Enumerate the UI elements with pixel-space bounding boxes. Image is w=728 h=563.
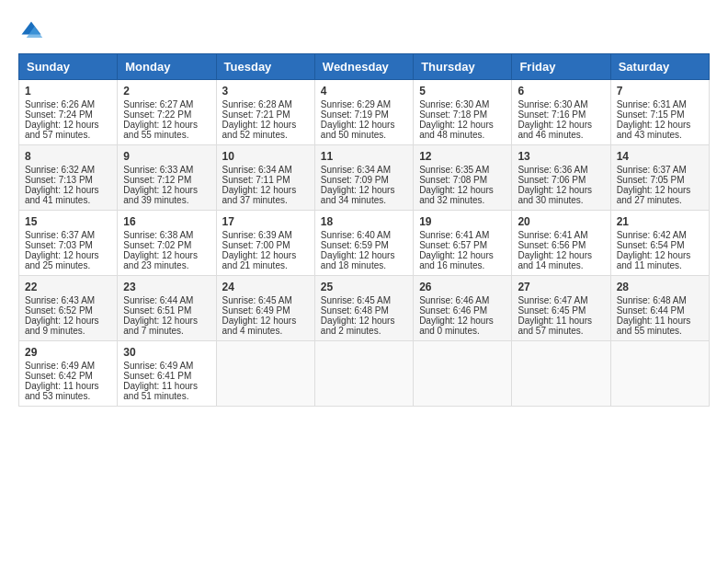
sunrise-label: Sunrise: 6:49 AM bbox=[25, 361, 95, 371]
sunset-label: Sunset: 6:49 PM bbox=[222, 305, 290, 316]
calendar-day-27: 27 Sunrise: 6:47 AM Sunset: 6:45 PM Dayl… bbox=[512, 276, 610, 341]
sunset-label: Sunset: 7:06 PM bbox=[518, 175, 586, 185]
day-number: 8 bbox=[25, 150, 111, 163]
sunset-label: Sunset: 6:46 PM bbox=[419, 305, 487, 316]
calendar-day-20: 20 Sunrise: 6:41 AM Sunset: 6:56 PM Dayl… bbox=[512, 211, 610, 276]
daylight-continuation: and 23 minutes. bbox=[123, 260, 188, 270]
day-number: 23 bbox=[123, 281, 210, 293]
sunset-label: Sunset: 7:02 PM bbox=[123, 240, 191, 250]
daylight-continuation: and 2 minutes. bbox=[321, 326, 381, 336]
sunrise-label: Sunrise: 6:42 AM bbox=[617, 230, 687, 240]
sunset-label: Sunset: 6:48 PM bbox=[321, 305, 389, 316]
daylight-label: Daylight: 12 hours bbox=[617, 120, 691, 130]
daylight-label: Daylight: 12 hours bbox=[123, 120, 198, 130]
empty-cell bbox=[414, 341, 512, 407]
calendar-day-15: 15 Sunrise: 6:37 AM Sunset: 7:03 PM Dayl… bbox=[19, 211, 118, 276]
day-number: 21 bbox=[617, 215, 703, 228]
empty-cell bbox=[216, 341, 314, 407]
calendar-day-11: 11 Sunrise: 6:34 AM Sunset: 7:09 PM Dayl… bbox=[314, 145, 413, 211]
day-header-monday: Monday bbox=[118, 54, 216, 80]
daylight-label: Daylight: 12 hours bbox=[321, 316, 395, 326]
calendar-day-26: 26 Sunrise: 6:46 AM Sunset: 6:46 PM Dayl… bbox=[414, 276, 512, 341]
sunset-label: Sunset: 6:41 PM bbox=[123, 371, 191, 381]
sunrise-label: Sunrise: 6:35 AM bbox=[419, 165, 489, 175]
day-number: 3 bbox=[222, 85, 309, 98]
calendar-day-30: 30 Sunrise: 6:49 AM Sunset: 6:41 PM Dayl… bbox=[118, 341, 216, 407]
calendar-day-7: 7 Sunrise: 6:31 AM Sunset: 7:15 PM Dayli… bbox=[610, 80, 709, 145]
calendar-day-6: 6 Sunrise: 6:30 AM Sunset: 7:16 PM Dayli… bbox=[512, 80, 610, 145]
sunrise-label: Sunrise: 6:34 AM bbox=[222, 165, 292, 175]
daylight-continuation: and 21 minutes. bbox=[222, 260, 288, 270]
daylight-continuation: and 55 minutes. bbox=[617, 326, 682, 336]
daylight-label: Daylight: 12 hours bbox=[123, 316, 198, 326]
daylight-continuation: and 41 minutes. bbox=[25, 195, 90, 205]
daylight-continuation: and 37 minutes. bbox=[222, 195, 288, 205]
daylight-continuation: and 57 minutes. bbox=[518, 326, 583, 336]
sunrise-label: Sunrise: 6:45 AM bbox=[321, 295, 391, 305]
daylight-continuation: and 14 minutes. bbox=[518, 260, 583, 270]
daylight-continuation: and 9 minutes. bbox=[25, 326, 85, 336]
day-number: 16 bbox=[123, 215, 210, 228]
day-header-thursday: Thursday bbox=[414, 54, 512, 80]
daylight-continuation: and 18 minutes. bbox=[321, 260, 386, 270]
sunrise-label: Sunrise: 6:44 AM bbox=[123, 295, 193, 305]
daylight-continuation: and 30 minutes. bbox=[518, 195, 583, 205]
daylight-continuation: and 57 minutes. bbox=[25, 130, 90, 140]
day-header-saturday: Saturday bbox=[610, 54, 709, 80]
day-number: 26 bbox=[419, 281, 506, 293]
daylight-label: Daylight: 12 hours bbox=[419, 185, 494, 195]
sunset-label: Sunset: 6:44 PM bbox=[617, 305, 685, 316]
daylight-continuation: and 46 minutes. bbox=[518, 130, 583, 140]
day-number: 6 bbox=[518, 85, 604, 98]
calendar-day-25: 25 Sunrise: 6:45 AM Sunset: 6:48 PM Dayl… bbox=[314, 276, 413, 341]
daylight-continuation: and 55 minutes. bbox=[123, 130, 188, 140]
calendar-day-1: 1 Sunrise: 6:26 AM Sunset: 7:24 PM Dayli… bbox=[19, 80, 118, 145]
sunset-label: Sunset: 6:57 PM bbox=[419, 240, 487, 250]
calendar-day-16: 16 Sunrise: 6:38 AM Sunset: 7:02 PM Dayl… bbox=[118, 211, 216, 276]
sunrise-label: Sunrise: 6:37 AM bbox=[617, 165, 687, 175]
calendar-table: SundayMondayTuesdayWednesdayThursdayFrid… bbox=[18, 53, 710, 407]
sunrise-label: Sunrise: 6:30 AM bbox=[419, 99, 489, 109]
daylight-label: Daylight: 12 hours bbox=[321, 120, 395, 130]
daylight-continuation: and 11 minutes. bbox=[617, 260, 682, 270]
sunset-label: Sunset: 7:21 PM bbox=[222, 109, 290, 120]
sunset-label: Sunset: 7:22 PM bbox=[123, 109, 191, 120]
calendar-day-4: 4 Sunrise: 6:29 AM Sunset: 7:19 PM Dayli… bbox=[314, 80, 413, 145]
sunset-label: Sunset: 7:05 PM bbox=[617, 175, 685, 185]
sunrise-label: Sunrise: 6:33 AM bbox=[123, 165, 193, 175]
daylight-label: Daylight: 12 hours bbox=[222, 316, 297, 326]
calendar-day-2: 2 Sunrise: 6:27 AM Sunset: 7:22 PM Dayli… bbox=[118, 80, 216, 145]
sunrise-label: Sunrise: 6:46 AM bbox=[419, 295, 489, 305]
day-header-friday: Friday bbox=[512, 54, 610, 80]
calendar-day-12: 12 Sunrise: 6:35 AM Sunset: 7:08 PM Dayl… bbox=[414, 145, 512, 211]
day-number: 24 bbox=[222, 281, 309, 293]
day-header-tuesday: Tuesday bbox=[216, 54, 314, 80]
calendar-day-10: 10 Sunrise: 6:34 AM Sunset: 7:11 PM Dayl… bbox=[216, 145, 314, 211]
sunrise-label: Sunrise: 6:49 AM bbox=[123, 361, 193, 371]
day-number: 5 bbox=[419, 85, 506, 98]
sunrise-label: Sunrise: 6:48 AM bbox=[617, 295, 687, 305]
sunset-label: Sunset: 6:45 PM bbox=[518, 305, 586, 316]
calendar-day-3: 3 Sunrise: 6:28 AM Sunset: 7:21 PM Dayli… bbox=[216, 80, 314, 145]
sunrise-label: Sunrise: 6:31 AM bbox=[617, 99, 687, 109]
daylight-continuation: and 43 minutes. bbox=[617, 130, 682, 140]
daylight-label: Daylight: 12 hours bbox=[419, 250, 494, 260]
day-number: 4 bbox=[321, 85, 407, 98]
day-number: 14 bbox=[617, 150, 703, 163]
sunrise-label: Sunrise: 6:38 AM bbox=[123, 230, 193, 240]
day-number: 22 bbox=[25, 281, 111, 293]
daylight-label: Daylight: 12 hours bbox=[321, 250, 395, 260]
day-header-sunday: Sunday bbox=[19, 54, 118, 80]
calendar-week-1: 1 Sunrise: 6:26 AM Sunset: 7:24 PM Dayli… bbox=[19, 80, 710, 145]
sunset-label: Sunset: 7:24 PM bbox=[25, 109, 93, 120]
sunset-label: Sunset: 6:59 PM bbox=[321, 240, 389, 250]
daylight-label: Daylight: 12 hours bbox=[25, 185, 99, 195]
daylight-label: Daylight: 12 hours bbox=[518, 185, 592, 195]
day-number: 27 bbox=[518, 281, 604, 293]
calendar-day-13: 13 Sunrise: 6:36 AM Sunset: 7:06 PM Dayl… bbox=[512, 145, 610, 211]
sunset-label: Sunset: 7:09 PM bbox=[321, 175, 389, 185]
sunrise-label: Sunrise: 6:40 AM bbox=[321, 230, 391, 240]
sunset-label: Sunset: 7:03 PM bbox=[25, 240, 93, 250]
daylight-label: Daylight: 12 hours bbox=[25, 250, 99, 260]
daylight-label: Daylight: 12 hours bbox=[419, 120, 494, 130]
